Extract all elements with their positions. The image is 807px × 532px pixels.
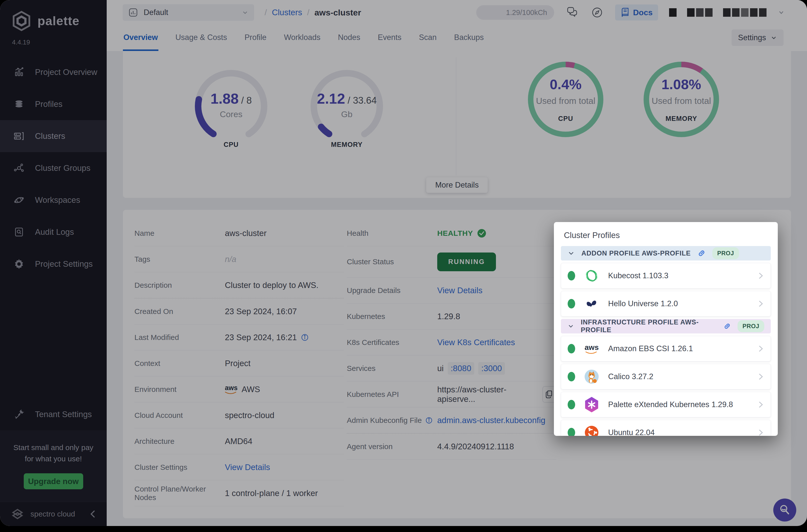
palette-pxk-icon [584, 397, 600, 413]
scope-badge: PROJ [712, 247, 739, 259]
app-window: palette 4.4.19 Project Overview Profiles [0, 0, 807, 526]
hello-universe-icon [584, 296, 600, 312]
profile-layer-kubecost[interactable]: Kubecost 1.103.3 [561, 263, 771, 288]
status-dot [568, 400, 575, 410]
ubuntu-icon [584, 424, 600, 436]
section-header-label: ADDON PROFILE AWS-PROFILE [581, 249, 691, 257]
infrastructure-profile-section-header[interactable]: INFRASTRUCTURE PROFILE AWS-PROFILE PROJ [561, 319, 771, 334]
scope-badge: PROJ [737, 320, 764, 332]
status-dot [568, 344, 575, 354]
profile-layer-name: Kubecost 1.103.3 [608, 271, 749, 280]
profile-layer-ubuntu[interactable]: Ubuntu 22.04 [561, 420, 771, 436]
section-header-label: INFRASTRUCTURE PROFILE AWS-PROFILE [581, 319, 716, 334]
status-dot [568, 271, 575, 281]
profile-layer-hello-universe[interactable]: Hello Universe 1.2.0 [561, 291, 771, 317]
chevron-right-icon [757, 428, 764, 436]
link-icon[interactable] [723, 322, 731, 330]
chevron-down-icon [567, 322, 574, 330]
kubecost-icon [584, 268, 600, 284]
cluster-profiles-panel: Cluster Profiles ADDON PROFILE AWS-PROFI… [554, 222, 778, 436]
chevron-down-icon [567, 249, 575, 257]
status-dot [568, 428, 575, 436]
status-dot [568, 372, 575, 381]
status-dot [568, 299, 575, 308]
profile-layer-name: Amazon EBS CSI 1.26.1 [608, 344, 749, 353]
profile-layer-name: Palette eXtended Kubernetes 1.29.8 [608, 400, 749, 409]
profile-layer-palette-extended-kubernetes[interactable]: Palette eXtended Kubernetes 1.29.8 [561, 392, 771, 417]
addon-profile-section-header[interactable]: ADDON PROFILE AWS-PROFILE PROJ [561, 246, 771, 261]
profile-layer-name: Hello Universe 1.2.0 [608, 299, 749, 308]
profile-layer-name: Calico 3.27.2 [608, 372, 749, 381]
chevron-right-icon [757, 344, 764, 353]
profile-layer-name: Ubuntu 22.04 [608, 428, 749, 436]
chevron-right-icon [757, 373, 764, 381]
cluster-profiles-title: Cluster Profiles [554, 222, 778, 246]
chevron-right-icon [757, 271, 764, 280]
calico-icon [584, 369, 600, 385]
aws-icon: aws [584, 341, 600, 357]
link-icon[interactable] [697, 249, 706, 258]
profile-layer-amazon-ebs-csi[interactable]: aws Amazon EBS CSI 1.26.1 [561, 336, 771, 361]
chevron-right-icon [757, 400, 764, 409]
profile-layer-calico[interactable]: Calico 3.27.2 [561, 364, 771, 390]
chevron-right-icon [757, 300, 764, 308]
